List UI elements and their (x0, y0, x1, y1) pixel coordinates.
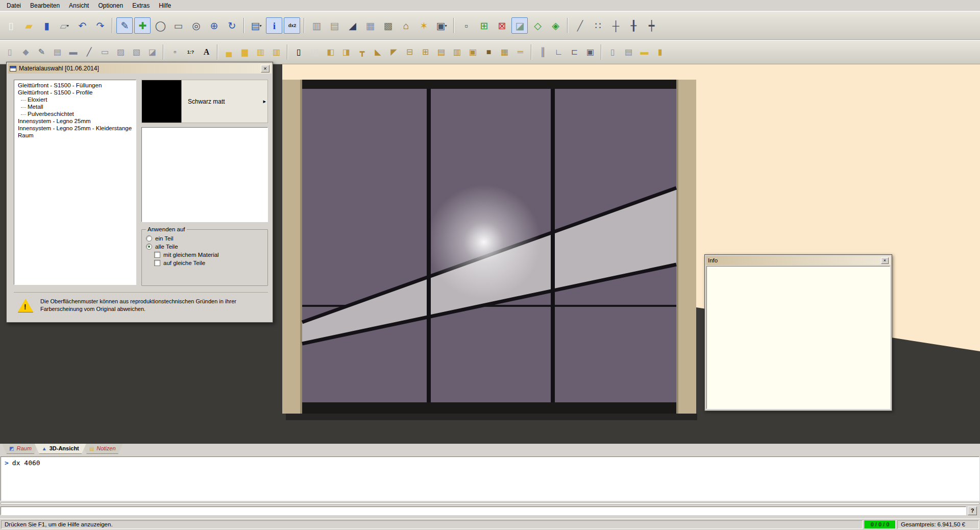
wardrobe-bottom-rail[interactable] (302, 402, 676, 414)
tree-item[interactable]: Innensystem - Legno 25mm (14, 117, 136, 125)
rotate-view-button[interactable]: ↻ (224, 17, 240, 34)
tree-item[interactable]: Gleittürfront - S1500 - Profile (14, 89, 136, 96)
corner-tool-button[interactable]: ∟ (551, 45, 566, 59)
cabinet-button[interactable]: ▣ (465, 45, 480, 59)
rack-button[interactable]: ▥ (253, 45, 267, 59)
wardrobe-top-rail[interactable] (302, 80, 676, 89)
board-flat-button[interactable]: ▭ (97, 45, 112, 59)
board-hatch2-button[interactable]: ▧ (129, 45, 143, 59)
clamp-button[interactable]: ║ (535, 45, 550, 59)
tab-raum[interactable]: ◩ Raum (2, 444, 39, 454)
radio-option[interactable]: alle Teile (146, 244, 263, 250)
scale-button[interactable]: 1:? (183, 45, 198, 59)
binder-button[interactable]: ▮ (653, 45, 667, 59)
roof-tool-button[interactable]: ◢ (344, 17, 360, 34)
snap-horizontal-button[interactable]: ┿ (643, 17, 659, 34)
console-scroll-strip[interactable] (1, 502, 979, 504)
info-window-titlebar[interactable]: Info × (706, 256, 891, 265)
layer-button[interactable]: ▤▾ (248, 17, 264, 34)
checkbox-option[interactable]: auf gleiche Teile (154, 260, 263, 266)
material-dialog-titlebar[interactable]: Materialauswahl [01.06.2014] × (8, 63, 272, 74)
column-button[interactable]: ▯ (291, 45, 306, 59)
tree-item[interactable]: Pulverbeschichtet (14, 110, 136, 117)
zoom-window-button[interactable]: ▭ (170, 17, 186, 34)
table-button[interactable]: ┳ (355, 45, 369, 59)
plan-edit-button[interactable]: ✎ (116, 17, 133, 34)
text-button[interactable]: A (199, 45, 213, 59)
layer-stack-button[interactable]: ▤ (621, 45, 635, 59)
door-panel-button[interactable]: ▯ (605, 45, 620, 59)
open-file-button[interactable]: ▰ (20, 17, 37, 34)
expand-arrow-icon[interactable]: ▸ (263, 98, 266, 105)
rack2-button[interactable]: ▥ (269, 45, 283, 59)
radio-option[interactable]: ein Teil (146, 235, 263, 242)
menu-bearbeiten[interactable]: Bearbeiten (26, 1, 64, 11)
eraser-button[interactable]: ◪ (511, 17, 528, 34)
dimension-button[interactable]: dx2 (284, 17, 300, 34)
bed2-button[interactable]: ▆ (237, 45, 252, 59)
tree-item[interactable]: Innensystem - Legno 25mm - Kleiderstange (14, 125, 136, 132)
press-tool-button[interactable]: ⊏ (567, 45, 581, 59)
door-right-button[interactable]: ◨ (339, 45, 353, 59)
undo-button[interactable]: ↶ (74, 17, 90, 34)
door-left-button[interactable]: ◧ (323, 45, 337, 59)
wall-tool-button[interactable]: ▥ (308, 17, 325, 34)
redo-button[interactable]: ↷ (92, 17, 108, 34)
furniture-tool-button[interactable]: ⌂ (398, 17, 414, 34)
board-hatch-button[interactable]: ▨ (113, 45, 128, 59)
board-wedge2-button[interactable]: ◪ (145, 45, 159, 59)
tab-3d-ansicht[interactable]: ▲ 3D-Ansicht (35, 444, 86, 454)
new-file-button[interactable]: ▯ (3, 17, 19, 34)
cabinet-dark-button[interactable]: ■ (481, 45, 496, 59)
panel-stack-button[interactable]: ▤ (50, 45, 64, 59)
cnc-button[interactable]: ▣ (583, 45, 597, 59)
zoom-button[interactable]: ◯ (152, 17, 168, 34)
board-button[interactable]: ▬ (66, 45, 80, 59)
command-console[interactable]: >dx 4060 (1, 456, 979, 501)
grid-tool-button[interactable]: ▩ (380, 17, 396, 34)
snap-vertical-button[interactable]: ╂ (625, 17, 642, 34)
window-tool-button[interactable]: ▦ (362, 17, 378, 34)
solid-view-2-button[interactable]: ◈ (547, 17, 564, 34)
panel-draw-button[interactable]: ✎ (34, 45, 48, 59)
drawers-button[interactable]: ▤ (434, 45, 448, 59)
chair-button[interactable]: ◣ (371, 45, 385, 59)
magic-wand-button[interactable]: ✶ (415, 17, 432, 34)
help-button[interactable]: ? (968, 507, 977, 515)
command-input[interactable] (1, 507, 966, 515)
snap-grid-button[interactable]: ∷ (590, 17, 606, 34)
tree-item[interactable]: Gleittürfront - S1500 - Füllungen (14, 82, 136, 89)
column2-button[interactable]: ◫ (307, 45, 322, 59)
tree-item[interactable]: Metall (14, 103, 136, 110)
element-add-button[interactable]: ⊞ (476, 17, 492, 34)
tab-notizen[interactable]: ▤ Notizen (82, 444, 123, 454)
shelf-corner-button[interactable]: ⊞ (418, 45, 432, 59)
menu-hilfe[interactable]: Hilfe (154, 1, 176, 11)
shelf-button[interactable]: ⊟ (402, 45, 416, 59)
panel-wedge-button[interactable]: ◆ (18, 45, 33, 59)
wardrobe-right-pillar[interactable] (676, 80, 696, 414)
dialog-close-button[interactable]: × (261, 65, 270, 73)
marquee-button[interactable]: ▫ (167, 45, 182, 59)
panel-vertical-button[interactable]: ▯ (3, 45, 17, 59)
element-select-button[interactable]: ▫ (458, 17, 474, 34)
camera-button[interactable]: ▣▾ (433, 17, 450, 34)
move-mode-button[interactable]: ✚ (134, 17, 151, 34)
wardrobe-grid-button[interactable]: ▦ (497, 45, 511, 59)
snap-point-button[interactable]: ┼ (607, 17, 624, 34)
menu-optionen[interactable]: Optionen (93, 1, 128, 11)
menu-extras[interactable]: Extras (128, 1, 154, 11)
checkbox-option[interactable]: mit gleichem Material (154, 252, 263, 258)
tree-item[interactable]: Raum (14, 132, 136, 139)
book-button[interactable]: ▬ (637, 45, 651, 59)
element-delete-button[interactable]: ⊠ (494, 17, 510, 34)
pan-button[interactable]: ⊕ (206, 17, 222, 34)
line-button[interactable]: ╱ (82, 45, 96, 59)
measure-button[interactable]: ╱ (572, 17, 588, 34)
tree-item[interactable]: Eloxiert (14, 96, 136, 103)
menu-ansicht[interactable]: Ansicht (64, 1, 93, 11)
zoom-previous-button[interactable]: ◎ (188, 17, 204, 34)
material-swatch-row[interactable]: Schwarz matt ▸ (141, 80, 268, 123)
drawers2-button[interactable]: ▥ (450, 45, 464, 59)
chair2-button[interactable]: ◤ (386, 45, 401, 59)
